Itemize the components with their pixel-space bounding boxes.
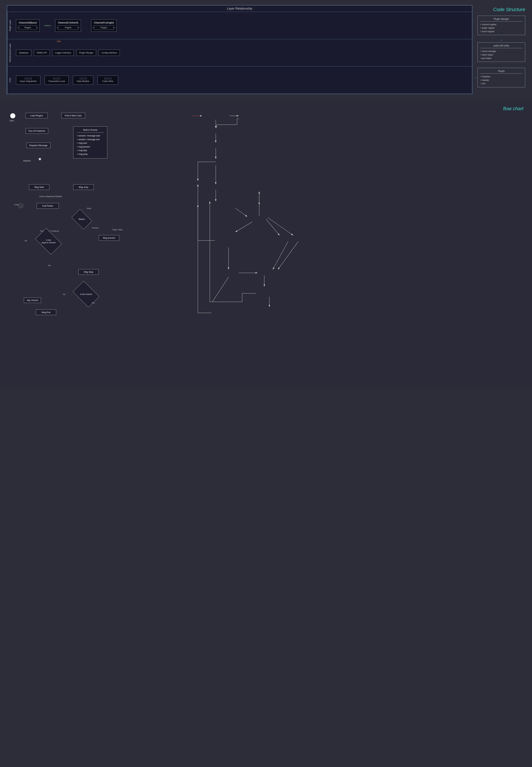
cs-pm-item-2: + plugin register — [480, 26, 522, 30]
code-structure-title: Code Structure — [477, 7, 525, 12]
core-layer-label: Core — [7, 66, 13, 94]
built-in-item-6: + msg-jump — [77, 152, 104, 156]
prevent-label: Prevent — [92, 227, 98, 229]
svg-line-25 — [278, 241, 298, 269]
cs-plugin-item-2: + Handler — [480, 79, 522, 82]
plugin-layer-content: Channel1(Base) ⊢ Plugins ⊣ ←Inherit— — [13, 12, 472, 39]
msg-end-box: Msg End — [36, 309, 56, 315]
channel3-box: Channel3 (single) ⊢ Plugins ⊣ — [91, 19, 117, 32]
loop-circle: ◯ — [18, 203, 23, 208]
infra-database: Database — [16, 50, 31, 56]
layer-diagram: Layer Relationship Plugin Layer Channel1… — [7, 5, 472, 94]
flow-diagram: Start Load Plugins Find A New Case Run A… — [7, 106, 525, 378]
msg-prevent-box: Msg prevent — [99, 235, 119, 241]
cs-plugin-box: Plugin + Publisher + Handler + Info ← — [477, 68, 525, 87]
cs-spacer — [477, 64, 525, 68]
infra-layer-content: Use Database WEB3 API Loggor Interface P… — [13, 39, 472, 66]
run-all-publisher-box: Run All Publisher — [26, 128, 48, 134]
code-structure-panel: Code Structure Plugin Manger + channel r… — [477, 5, 525, 92]
cs-plugin-item-1: + Publisher — [480, 75, 522, 78]
msg-start-box: Msg Start — [29, 184, 49, 190]
channel3-plugins: ⊢ Plugins ⊣ — [94, 25, 114, 30]
cs-plugin-manager-items: + channel register + plugin register + E… — [480, 23, 522, 33]
top-section: Layer Relationship Plugin Layer Channel1… — [0, 0, 532, 101]
built-in-events-box: Built-in Events + session / message star… — [73, 126, 107, 158]
is-last-channel-container: Is last channel — [72, 285, 101, 304]
svg-line-18 — [235, 222, 252, 232]
infra-layer-row: Infrastructures Layer Use Database WEB3 … — [7, 39, 472, 66]
return-diamond-container: Return — [70, 212, 94, 227]
load-plugins-box: Load Plugins — [26, 113, 48, 118]
channel1-connector-left: ⊢ — [18, 26, 20, 29]
built-in-item-1: + session / message start — [77, 134, 104, 138]
infra-loggor: Loggor Interface — [52, 50, 74, 56]
svg-line-24 — [273, 241, 288, 269]
msg-jump-box: Msg Junp — [73, 184, 94, 190]
infra-web3: WEB3 API — [34, 50, 50, 56]
jump-small-label: Jump — [87, 207, 91, 209]
channel3-connector-left: ⊢ — [93, 26, 95, 29]
false-stop-label: False I Stop — [112, 229, 122, 231]
svg-line-16 — [235, 208, 247, 217]
built-in-item-5: + msg-stop — [77, 149, 104, 152]
cs-web3-items: + nonce manager + token helper + gas hel… — [480, 50, 522, 60]
layers-container: Plugin Layer Channel1(Base) ⊢ Plugins ⊣ — [7, 12, 472, 94]
cs-web3-item-1: + nonce manager — [480, 50, 522, 53]
channel1-title: Channel1(Base) — [19, 21, 37, 24]
cs-web3-item-3: + gas helper — [480, 57, 522, 60]
no-label-1: No — [25, 240, 27, 242]
channel3-connector-right: ⊣ — [113, 26, 115, 29]
jump-appointed-label: Jump to Appointed Weights — [39, 195, 62, 197]
use-label: Use — [57, 40, 60, 42]
start-label: Start — [10, 120, 14, 122]
plugin-layer-row: Plugin Layer Channel1(Base) ⊢ Plugins ⊣ — [7, 12, 472, 39]
core-layer-row: Core Async Dispatcher Transaction Lock D… — [7, 66, 472, 94]
svg-line-20 — [268, 218, 293, 235]
no-label-2: No — [63, 293, 65, 295]
channel3-title: Channel3 (single) — [94, 21, 114, 24]
core-async-header — [25, 78, 32, 79]
cs-web3-item-2: + token helper — [480, 53, 522, 57]
core-async: Async Dispatcher — [16, 76, 40, 85]
infra-layer-label: Infrastructures Layer — [7, 39, 13, 66]
cs-web3-box: web3 API (eth) + nonce manager + token h… — [477, 42, 525, 62]
yes-label-2: Yes — [92, 302, 95, 304]
cs-plugin-manager-box: Plugin Manger + channel register + plugi… — [477, 16, 525, 35]
msg-stop-box: Msg Stop — [78, 269, 99, 275]
svg-line-19 — [266, 219, 280, 235]
core-code-hints: Code Hints — [98, 76, 118, 85]
cs-pm-item-3: + Event register — [480, 30, 522, 33]
dispatch-label: dispatch — [23, 160, 31, 162]
built-in-item-4: + msg-prevent — [77, 145, 104, 149]
loop-label: -Loop- — [14, 204, 19, 206]
start-oval — [10, 113, 15, 118]
built-in-item-2: + session / message end — [77, 138, 104, 142]
core-data-header — [80, 78, 87, 79]
core-tx-header — [53, 78, 60, 79]
cs-plugin-manager-title: Plugin Manger — [480, 18, 522, 21]
cs-pm-item-1: + channel register — [480, 23, 522, 26]
is-last-diamond-container: Is lastplugin & channel — [34, 232, 63, 251]
plugin-layer-label: Plugin Layer — [7, 12, 13, 39]
inherit-arrow: ←Inherit— — [43, 25, 52, 27]
is-last-diamond-label: Is lastplugin & channel — [42, 239, 55, 244]
cs-plugin-title: Plugin — [480, 70, 522, 74]
core-data-models: Data Models — [73, 76, 93, 85]
channel1-box: Channel1(Base) ⊢ Plugins ⊣ — [16, 19, 40, 32]
cs-plugin-items: + Publisher + Handler + Info — [480, 75, 522, 85]
cs-arrow-1: ↓ — [477, 38, 525, 42]
channel2-plugins: ⊢ Plugins ⊣ — [58, 25, 78, 30]
cs-plugin-item-3: + Info — [480, 82, 522, 85]
dispatch-bullet — [39, 158, 41, 160]
channel2-connector-left: ⊢ — [57, 26, 59, 29]
yes-label-1: Yes — [48, 264, 51, 266]
channel2-connector-right: ⊣ — [77, 26, 79, 29]
channel1-plugins: ⊢ Plugins ⊣ — [19, 25, 37, 30]
infra-config: Config Interface — [99, 50, 120, 56]
cs-web3-title: web3 API (eth) — [480, 44, 522, 48]
cs-plugin-arrow-left: ← — [474, 76, 477, 79]
core-tx-lock: Transaction Lock — [45, 76, 69, 85]
core-layer-content: Async Dispatcher Transaction Lock Data M… — [13, 66, 472, 94]
core-hints-header — [104, 78, 111, 79]
is-last-channel-label: Is last channel — [80, 293, 92, 295]
